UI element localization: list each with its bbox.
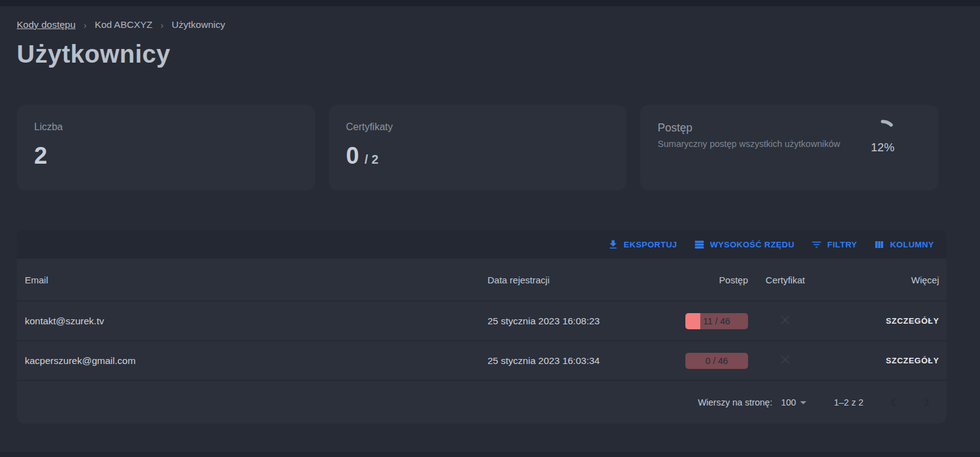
stat-card-progress-subtitle: Sumaryczny postęp wszystkich użytkownikó… xyxy=(657,139,840,149)
breadcrumb-item-current: Użytkownicy xyxy=(172,19,225,30)
table-row[interactable]: kontakt@szurek.tv 25 stycznia 2023 16:08… xyxy=(17,301,947,340)
row-height-button[interactable]: WYSOKOŚĆ RZĘDU xyxy=(693,239,795,251)
progress-pill-label: 0 / 46 xyxy=(685,353,748,369)
cell-date: 25 stycznia 2023 16:03:34 xyxy=(488,355,655,366)
datagrid-toolbar: EKSPORTUJ WYSOKOŚĆ RZĘDU FILTRY KOLUMNY xyxy=(17,230,947,259)
progress-pill: 11 / 46 xyxy=(685,313,748,329)
column-header-email[interactable]: Email xyxy=(17,275,488,285)
columns-button[interactable]: KOLUMNY xyxy=(873,239,934,251)
density-icon xyxy=(693,239,705,251)
row-height-button-label: WYSOKOŚĆ RZĘDU xyxy=(710,240,795,249)
users-table-container: EKSPORTUJ WYSOKOŚĆ RZĘDU FILTRY KOLUMNY xyxy=(17,230,947,424)
breadcrumb: Kody dostępu › Kod ABCXYZ › Użytkownicy xyxy=(17,19,947,30)
no-certificate-x-icon xyxy=(778,313,792,329)
chevron-right-icon: › xyxy=(161,20,164,30)
progress-pill: 0 / 46 xyxy=(685,353,748,369)
next-page-button[interactable] xyxy=(918,394,935,411)
details-button[interactable]: SZCZEGÓŁY xyxy=(886,356,939,365)
column-header-certificate[interactable]: Certyfikat xyxy=(748,275,822,285)
details-button[interactable]: SZCZEGÓŁY xyxy=(886,316,939,326)
stat-card-progress: Postęp Sumaryczny postęp wszystkich użyt… xyxy=(640,105,938,190)
window-top-edge xyxy=(0,0,980,6)
page-title: Użytkownicy xyxy=(17,40,947,68)
stat-cards: Liczba 2 Certyfikaty 0 / 2 Postęp Sumary… xyxy=(17,105,938,190)
previous-page-button[interactable] xyxy=(884,394,902,411)
filters-button-label: FILTRY xyxy=(827,240,857,249)
columns-button-label: KOLUMNY xyxy=(890,240,934,249)
progress-gauge-svg xyxy=(868,119,898,133)
pagination-range: 1–2 z 2 xyxy=(834,397,863,407)
rows-per-page-select[interactable]: 100 xyxy=(781,397,806,407)
column-header-date[interactable]: Data rejestracji xyxy=(488,275,655,285)
rows-per-page-value: 100 xyxy=(781,397,796,407)
download-icon xyxy=(607,239,619,251)
stat-card-progress-label: Postęp xyxy=(657,122,840,135)
window-bottom-edge xyxy=(0,452,980,457)
columns-icon xyxy=(873,239,885,251)
breadcrumb-link-kody-dostepu[interactable]: Kody dostępu xyxy=(17,19,76,30)
column-header-progress[interactable]: Postęp xyxy=(655,275,748,285)
users-datagrid: Email Data rejestracji Postęp Certyfikat… xyxy=(17,259,947,424)
stat-card-count-label: Liczba xyxy=(34,122,296,133)
export-button-label: EKSPORTUJ xyxy=(624,240,677,249)
progress-gauge-arc xyxy=(870,122,895,133)
progress-gauge: 12% xyxy=(865,119,900,190)
stat-card-count-value: 2 xyxy=(34,143,47,169)
dropdown-caret-icon xyxy=(800,401,806,404)
cell-date: 25 stycznia 2023 16:08:23 xyxy=(488,316,655,327)
progress-gauge-percent: 12% xyxy=(871,141,894,154)
pagination-bar: Wierszy na stronę: 100 1–2 z 2 xyxy=(17,380,947,424)
breadcrumb-item-kod: Kod ABCXYZ xyxy=(95,19,153,30)
stat-card-certificates-value: 0 xyxy=(346,143,359,169)
chevron-right-icon: › xyxy=(84,20,87,30)
export-button[interactable]: EKSPORTUJ xyxy=(607,239,677,251)
column-header-more[interactable]: Więcej xyxy=(822,275,947,285)
table-header-row: Email Data rejestracji Postęp Certyfikat… xyxy=(17,259,947,301)
cell-email: kontakt@szurek.tv xyxy=(17,316,488,327)
filter-icon xyxy=(811,239,822,251)
progress-pill-label: 11 / 46 xyxy=(685,313,748,329)
rows-per-page-label: Wierszy na stronę: xyxy=(698,397,772,407)
stat-card-count: Liczba 2 xyxy=(17,105,315,190)
stat-card-certificates: Certyfikaty 0 / 2 xyxy=(329,105,627,190)
main-content: Kody dostępu › Kod ABCXYZ › Użytkownicy … xyxy=(17,6,947,424)
stat-card-certificates-label: Certyfikaty xyxy=(346,122,608,133)
no-certificate-x-icon xyxy=(778,353,792,369)
cell-email: kacperszurek@gmail.com xyxy=(17,355,488,366)
table-row[interactable]: kacperszurek@gmail.com 25 stycznia 2023 … xyxy=(17,340,947,380)
filters-button[interactable]: FILTRY xyxy=(811,239,857,251)
stat-card-certificates-total: / 2 xyxy=(365,153,378,167)
